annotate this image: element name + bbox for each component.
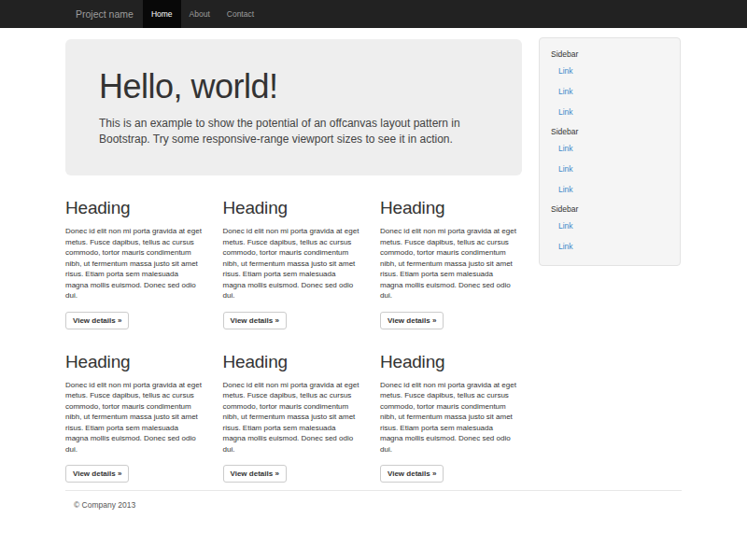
sidebar-group-title: Sidebar: [540, 45, 680, 61]
sidebar-group-3: Sidebar Link Link: [540, 200, 680, 257]
view-details-button[interactable]: View details »: [380, 465, 444, 483]
card-body-text: Donec id elit non mi porta gravida at eg…: [65, 226, 208, 301]
card-heading: Heading: [65, 352, 208, 372]
card-heading: Heading: [65, 198, 208, 218]
main-container: Hello, world! This is an example to show…: [65, 28, 682, 510]
card-heading: Heading: [223, 198, 366, 218]
card-body-text: Donec id elit non mi porta gravida at eg…: [380, 380, 523, 455]
jumbotron: Hello, world! This is an example to show…: [65, 39, 522, 175]
cards-row-2: Heading Donec id elit non mi porta gravi…: [65, 329, 522, 483]
view-details-button[interactable]: View details »: [223, 312, 287, 329]
card-heading: Heading: [223, 352, 366, 372]
sidebar-link[interactable]: Link: [540, 138, 680, 159]
navbar-menu: Home About Contact: [143, 0, 262, 28]
view-details-button[interactable]: View details »: [65, 312, 129, 329]
card-6: Heading Donec id elit non mi porta gravi…: [380, 329, 523, 483]
page-footer: © Company 2013: [65, 500, 682, 510]
cards-row-1: Heading Donec id elit non mi porta gravi…: [65, 175, 522, 329]
card-heading: Heading: [380, 352, 523, 372]
sidebar-link[interactable]: Link: [540, 81, 680, 102]
nav-item-contact: Contact: [218, 0, 262, 28]
view-details-button[interactable]: View details »: [223, 465, 287, 483]
sidebar-group-title: Sidebar: [540, 122, 680, 138]
sidebar-link[interactable]: Link: [540, 216, 680, 236]
sidebar-link[interactable]: Link: [540, 102, 680, 122]
copyright-text: © Company 2013: [65, 500, 682, 510]
card-2: Heading Donec id elit non mi porta gravi…: [223, 175, 366, 329]
card-3: Heading Donec id elit non mi porta gravi…: [380, 175, 523, 329]
card-5: Heading Donec id elit non mi porta gravi…: [223, 329, 366, 483]
sidebar-link[interactable]: Link: [540, 236, 680, 257]
navbar-brand[interactable]: Project name: [65, 0, 143, 28]
sidebar-group-2: Sidebar Link Link Link: [540, 122, 680, 200]
sidebar-link[interactable]: Link: [540, 159, 680, 179]
card-4: Heading Donec id elit non mi porta gravi…: [65, 329, 208, 483]
card-body-text: Donec id elit non mi porta gravida at eg…: [223, 226, 366, 301]
sidebar-group-1: Sidebar Link Link Link: [540, 45, 680, 122]
sidebar-link[interactable]: Link: [540, 179, 680, 200]
view-details-button[interactable]: View details »: [380, 312, 444, 329]
nav-link-home[interactable]: Home: [143, 0, 181, 28]
nav-item-about: About: [181, 0, 218, 28]
navbar-container: Project name Home About Contact: [65, 0, 682, 28]
view-details-button[interactable]: View details »: [65, 465, 129, 483]
card-body-text: Donec id elit non mi porta gravida at eg…: [65, 380, 208, 455]
card-body-text: Donec id elit non mi porta gravida at eg…: [223, 380, 366, 455]
card-heading: Heading: [380, 198, 523, 218]
page-title: Hello, world!: [99, 67, 488, 106]
card-1: Heading Donec id elit non mi porta gravi…: [65, 175, 208, 329]
nav-item-home: Home: [143, 0, 181, 28]
sidebar-panel: Sidebar Link Link Link Sidebar Link Link…: [539, 37, 681, 266]
nav-link-about[interactable]: About: [181, 0, 218, 28]
main-column: Hello, world! This is an example to show…: [65, 28, 522, 483]
nav-link-contact[interactable]: Contact: [218, 0, 262, 28]
card-body-text: Donec id elit non mi porta gravida at eg…: [380, 226, 523, 301]
top-navbar: Project name Home About Contact: [0, 0, 747, 28]
footer-divider: [65, 490, 682, 491]
sidebar-group-title: Sidebar: [540, 200, 680, 216]
content-row: Hello, world! This is an example to show…: [65, 28, 682, 483]
jumbotron-lead: This is an example to show the potential…: [99, 116, 488, 147]
sidebar-link[interactable]: Link: [540, 61, 680, 81]
